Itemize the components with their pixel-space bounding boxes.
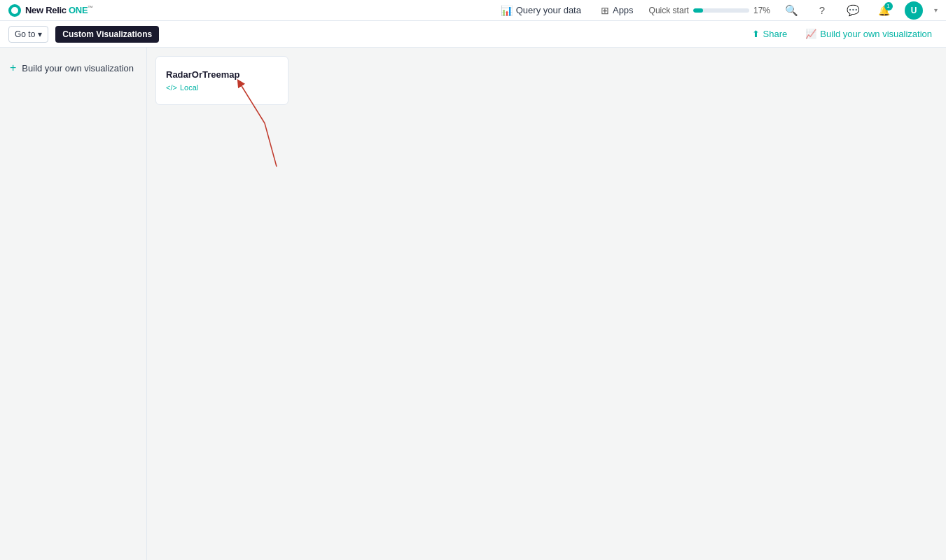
secondary-navigation: Go to ▾ Custom Visualizations ⬆ Share 📈 …	[0, 21, 946, 48]
build-viz-label: Build your own visualization	[820, 29, 932, 39]
top-navigation: New Relic ONE™ 📊 Query your data ⊞ Apps …	[0, 0, 946, 21]
add-visualization-label: Build your own visualization	[22, 63, 134, 74]
add-visualization-item[interactable]: + Build your own visualization	[0, 56, 146, 80]
content-area: + Build your own visualization RadarOrTr…	[0, 48, 946, 560]
notifications-button[interactable]: 🔔1	[874, 1, 893, 20]
card-tag: </> Local	[166, 83, 278, 92]
custom-visualizations-label: Custom Visualizations	[62, 29, 152, 39]
logo-brand: ONE	[69, 5, 88, 15]
progress-percent: 17%	[753, 6, 770, 15]
share-button[interactable]: ⬆ Share	[746, 29, 793, 39]
quick-start-progress[interactable]: Quick start 17%	[649, 6, 770, 15]
left-panel: + Build your own visualization	[0, 48, 147, 560]
query-your-data-label: Query your data	[516, 5, 581, 15]
progress-track	[693, 8, 749, 13]
apps-nav[interactable]: ⊞ Apps	[597, 0, 638, 20]
visualizations-grid: RadarOrTreemap </> Local	[147, 48, 946, 560]
share-icon: ⬆	[752, 29, 760, 39]
visualization-card[interactable]: RadarOrTreemap </> Local	[155, 56, 288, 105]
apps-label: Apps	[613, 5, 634, 15]
build-viz-icon: 📈	[805, 29, 816, 39]
plus-icon: +	[10, 62, 16, 74]
query-your-data-nav[interactable]: 📊 Query your data	[496, 0, 585, 20]
goto-button[interactable]: Go to ▾	[8, 26, 48, 43]
quick-start-label: Quick start	[649, 6, 689, 15]
search-button[interactable]: 🔍	[781, 1, 801, 20]
build-visualization-button[interactable]: 📈 Build your own visualization	[800, 29, 938, 39]
user-menu-chevron[interactable]: ▾	[934, 6, 938, 14]
goto-chevron-icon: ▾	[38, 29, 42, 39]
help-button[interactable]: ?	[812, 1, 832, 20]
code-icon: </>	[166, 83, 177, 92]
goto-label: Go to	[15, 29, 35, 39]
card-title: RadarOrTreemap	[166, 69, 278, 80]
logo[interactable]: New Relic ONE™	[8, 4, 93, 17]
custom-visualizations-tab[interactable]: Custom Visualizations	[55, 26, 159, 43]
share-label: Share	[763, 29, 788, 39]
logo-tm: ™	[88, 5, 93, 11]
main-content: + Build your own visualization RadarOrTr…	[0, 48, 946, 560]
logo-text: New Relic ONE™	[25, 5, 93, 15]
card-tag-label: Local	[180, 83, 198, 92]
chat-button[interactable]: 💬	[843, 1, 863, 20]
progress-fill	[693, 8, 703, 13]
apps-icon: ⊞	[601, 5, 609, 16]
logo-icon	[8, 4, 21, 17]
user-avatar[interactable]: U	[905, 1, 923, 20]
chart-icon: 📊	[501, 5, 513, 16]
